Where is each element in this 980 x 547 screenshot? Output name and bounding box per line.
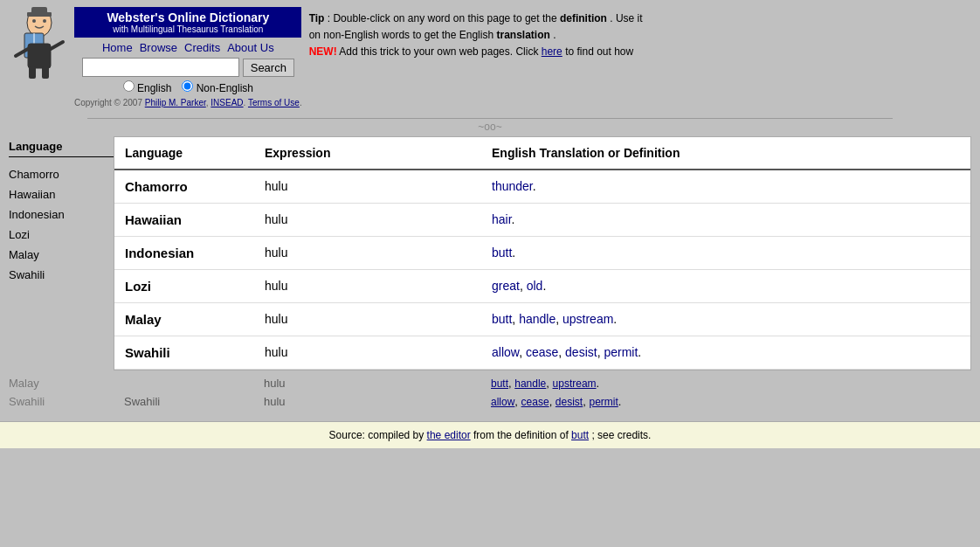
main-table-container: Language Expression English Translation … — [114, 136, 971, 370]
radio-nonenglish-label[interactable]: Non-English — [182, 80, 253, 94]
trans-link-2-0[interactable]: butt — [492, 246, 512, 260]
trans-link-5-1[interactable]: cease — [526, 345, 558, 359]
logo-subtitle: with Multilingual Thesaurus Translation — [85, 24, 291, 34]
sidebar-item-swahili[interactable]: Swahili — [9, 265, 114, 285]
cell-expression-1: hulu — [254, 204, 481, 237]
lower-sidebar-malay[interactable]: Malay — [9, 374, 114, 392]
page-header: Webster's Online Dictionary with Multili… — [0, 0, 980, 114]
col-translation: English Translation or Definition — [481, 137, 970, 170]
tip-definition: definition — [560, 12, 607, 24]
cell-expression-3: hulu — [254, 270, 481, 303]
nav-credits[interactable]: Credits — [184, 41, 220, 54]
radio-english-label[interactable]: English — [123, 80, 172, 94]
trans-link-0-0[interactable]: thunder — [492, 179, 533, 193]
svg-rect-3 — [28, 44, 51, 68]
sidebar-item-indonesian[interactable]: Indonesian — [9, 204, 114, 225]
nav-about[interactable]: About Us — [227, 41, 273, 54]
footer-editor-link[interactable]: the editor — [427, 429, 471, 441]
search-button[interactable]: Search — [243, 59, 294, 77]
copyright-author-link[interactable]: Philip M. Parker — [145, 98, 206, 107]
trans-link-5-3[interactable]: permit — [604, 345, 638, 359]
new-text-2: to find out how — [565, 45, 633, 58]
cell-language-4: Malay — [114, 303, 254, 336]
tip-text-3: . — [553, 29, 556, 41]
trans-link-3-1[interactable]: old — [527, 279, 543, 293]
svg-rect-4 — [29, 66, 36, 79]
table-row: Lozihulugreat, old. — [114, 270, 970, 303]
radio-nonenglish[interactable] — [182, 80, 193, 92]
lower-area: Malay Swahili hulu butt, handle, upstrea… — [9, 370, 971, 414]
table-row: Hawaiianhuluhair. — [114, 204, 970, 237]
nav-browse[interactable]: Browse — [140, 41, 177, 54]
logo-title: Webster's Online Dictionary — [85, 10, 291, 24]
trans-link-5-2[interactable]: desist — [565, 345, 597, 359]
lower-link-desist[interactable]: desist — [556, 396, 583, 408]
sidebar-language-header: Language — [9, 136, 114, 157]
tip-label: Tip — [309, 12, 325, 24]
cell-translation-2: butt. — [481, 237, 970, 270]
nav-links: Home Browse Credits About Us — [102, 41, 274, 54]
lower-link-butt[interactable]: butt — [491, 377, 508, 390]
footer-butt-link[interactable]: butt — [571, 429, 589, 441]
table-row: Swahilihuluallow, cease, desist, permit. — [114, 336, 970, 370]
lower-row-swahili: Swahili hulu allow, cease, desist, permi… — [114, 392, 971, 411]
cell-language-3: Lozi — [114, 270, 254, 303]
footer-text-before: Source: compiled by — [329, 429, 427, 441]
table-row: Malayhulubutt, handle, upstream. — [114, 303, 970, 336]
section-divider: ~oo~ — [87, 118, 893, 133]
footer-text-after: ; see credits. — [591, 429, 651, 441]
main-table: Language Expression English Translation … — [114, 137, 970, 370]
mascot-image — [9, 7, 70, 86]
trans-link-5-0[interactable]: allow — [492, 345, 519, 359]
cell-language-5: Swahili — [114, 336, 254, 370]
svg-point-8 — [32, 19, 36, 23]
cell-expression-0: hulu — [254, 170, 481, 204]
tip-text-1: : Double-click on any word on this page … — [328, 12, 560, 24]
trans-link-1-0[interactable]: hair — [492, 212, 512, 226]
lower-link-upstream[interactable]: upstream — [553, 377, 597, 390]
table-body: Chamorrohuluthunder.Hawaiianhuluhair.Ind… — [114, 170, 970, 370]
cell-language-0: Chamorro — [114, 170, 254, 204]
main-container: Language Chamorro Hawaiian Indonesian Lo… — [9, 136, 971, 370]
cell-translation-3: great, old. — [481, 270, 970, 303]
nav-home[interactable]: Home — [102, 41, 133, 54]
lower-link-allow[interactable]: allow — [491, 396, 514, 408]
sidebar-item-malay[interactable]: Malay — [9, 245, 114, 265]
lower-sidebar: Malay Swahili — [9, 370, 114, 414]
col-language: Language — [114, 137, 254, 170]
lower-link-permit[interactable]: permit — [589, 396, 618, 408]
search-input[interactable] — [82, 58, 239, 77]
sidebar-item-hawaiian[interactable]: Hawaiian — [9, 184, 114, 204]
cell-language-2: Indonesian — [114, 237, 254, 270]
copyright-terms-link[interactable]: Terms of Use — [248, 98, 300, 107]
logo-nav: Webster's Online Dictionary with Multili… — [74, 7, 302, 107]
sidebar-item-chamorro[interactable]: Chamorro — [9, 164, 114, 184]
cell-translation-0: thunder. — [481, 170, 970, 204]
tip-translation: translation — [496, 29, 549, 41]
sidebar-item-lozi[interactable]: Lozi — [9, 225, 114, 245]
lower-row-malay: hulu butt, handle, upstream. — [114, 374, 971, 392]
trans-link-4-1[interactable]: handle — [519, 312, 556, 326]
trans-link-4-2[interactable]: upstream — [562, 312, 613, 326]
new-here-link[interactable]: here — [542, 45, 562, 58]
page-footer: Source: compiled by the editor from the … — [0, 421, 980, 448]
footer-text-middle: from the definition of — [473, 429, 571, 441]
lower-sidebar-swahili[interactable]: Swahili — [9, 392, 114, 411]
cell-expression-5: hulu — [254, 336, 481, 370]
col-expression: Expression — [254, 137, 481, 170]
cell-translation-4: butt, handle, upstream. — [481, 303, 970, 336]
trans-link-4-0[interactable]: butt — [492, 312, 512, 326]
trans-link-3-0[interactable]: great — [492, 279, 520, 293]
radio-english[interactable] — [123, 80, 135, 92]
lower-table-container: hulu butt, handle, upstream. Swahili hul… — [114, 370, 971, 414]
cell-translation-5: allow, cease, desist, permit. — [481, 336, 970, 370]
tip-box: Tip : Double-click on any word on this p… — [302, 7, 652, 65]
lower-link-cease[interactable]: cease — [521, 396, 549, 408]
svg-rect-5 — [42, 66, 49, 79]
table-row: Indonesianhulubutt. — [114, 237, 970, 270]
lower-link-handle[interactable]: handle — [514, 377, 546, 390]
svg-point-9 — [43, 19, 46, 23]
copyright-insead-link[interactable]: INSEAD — [210, 98, 243, 107]
sidebar: Language Chamorro Hawaiian Indonesian Lo… — [9, 136, 114, 370]
cell-language-1: Hawaiian — [114, 204, 254, 237]
